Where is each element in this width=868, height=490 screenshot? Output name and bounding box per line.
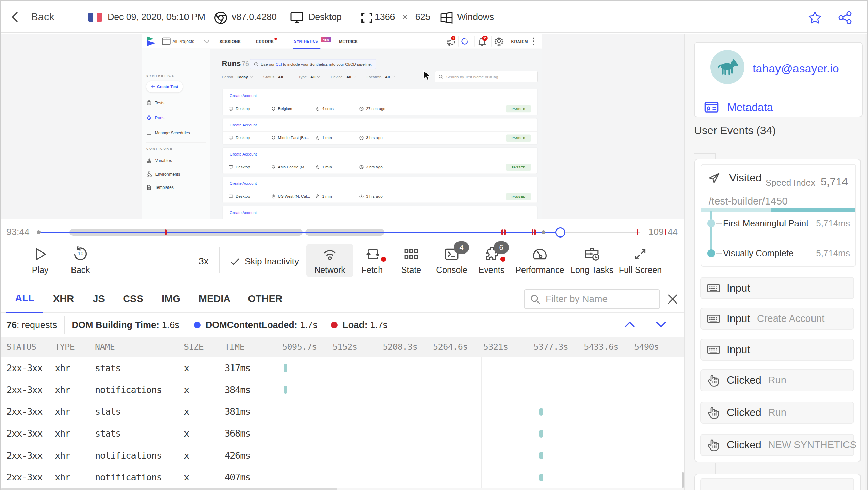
- event-row-input[interactable]: Input: [700, 277, 854, 299]
- waterfall-bar[interactable]: [539, 474, 543, 481]
- column-header-size[interactable]: SIZE: [184, 337, 204, 357]
- create-test-button[interactable]: Create Test: [146, 81, 183, 92]
- event-marker[interactable]: [504, 229, 506, 235]
- run-location: US West (N. Cal...: [271, 190, 310, 203]
- settings-gear-icon[interactable]: [494, 36, 504, 46]
- network-tab-img[interactable]: IMG: [161, 284, 181, 313]
- metadata-button[interactable]: Metadata: [703, 97, 773, 117]
- waterfall-bar[interactable]: [539, 430, 543, 438]
- back-10s-button[interactable]: Back: [66, 245, 94, 275]
- run-card[interactable]: Create AccountDesktopCanada (Central)1 m…: [223, 206, 537, 219]
- timeline-progress: [38, 232, 560, 233]
- network-tab-media[interactable]: MEDIA: [200, 284, 229, 313]
- run-location: Canada (Central): [271, 219, 308, 219]
- project-selector[interactable]: All Projects: [172, 34, 194, 49]
- partial-event-row[interactable]: [700, 478, 854, 490]
- expand-down-icon[interactable]: [655, 319, 667, 330]
- run-card[interactable]: Create AccountDesktopAsia Pacific (M...1…: [223, 148, 537, 174]
- event-row-clicked[interactable]: ClickedRun: [700, 369, 854, 391]
- network-request-row[interactable]: 2xx-3xxxhrstatsx368ms: [1, 423, 684, 444]
- run-card[interactable]: Create AccountDesktopBelgium4 secs27 sec…: [223, 89, 537, 115]
- visited-event-card[interactable]: Visited Speed Index 5,714 /test-builder/…: [701, 164, 856, 267]
- runs-search[interactable]: Search by Test Name or #Tag: [435, 71, 538, 82]
- plus-icon: [151, 85, 155, 88]
- timeline-track[interactable]: [38, 220, 640, 245]
- close-panel-icon[interactable]: [667, 293, 678, 305]
- more-menu-icon[interactable]: [532, 37, 535, 45]
- sidebar-item-runs[interactable]: Runs: [147, 115, 164, 120]
- event-marker[interactable]: [532, 229, 533, 235]
- filter-device[interactable]: DeviceAll: [331, 75, 356, 79]
- vertical-scrollbar[interactable]: [682, 472, 684, 488]
- event-row-input[interactable]: InputCreate Account: [700, 308, 854, 330]
- horizontal-scrollbar[interactable]: [1, 488, 337, 490]
- waterfall-bar[interactable]: [284, 364, 287, 372]
- network-tab-other[interactable]: OTHER: [248, 284, 282, 313]
- network-request-row[interactable]: 2xx-3xxxhrnotificationsx426ms: [1, 444, 684, 466]
- sidebar-item-schedules[interactable]: Manage Schedules: [147, 130, 190, 135]
- synthetics-underline: [293, 48, 320, 49]
- event-marker[interactable]: [165, 229, 167, 235]
- network-tab-all[interactable]: ALL: [6, 284, 43, 313]
- nav-metrics[interactable]: METRICS: [339, 34, 358, 49]
- nav-synthetics[interactable]: SYNTHETICS: [294, 34, 318, 49]
- nav-sessions[interactable]: SESSIONS: [220, 34, 241, 49]
- run-card[interactable]: Create AccountDesktopMiddle East (Ba...1…: [223, 118, 537, 144]
- waterfall-bar[interactable]: [539, 408, 543, 416]
- waterfall-bar[interactable]: [284, 386, 287, 394]
- filter-period[interactable]: PeriodToday: [222, 75, 253, 79]
- sidebar-item-environments[interactable]: Environments: [147, 172, 180, 177]
- sidebar-item-tests[interactable]: Tests: [147, 100, 164, 105]
- column-header-name[interactable]: NAME: [95, 337, 115, 357]
- back-button[interactable]: Back: [9, 1, 54, 33]
- skip-inactivity-toggle[interactable]: Skip Inactivity: [230, 245, 299, 278]
- panel-button-network[interactable]: Network: [306, 244, 353, 277]
- speed-button[interactable]: 3x: [195, 245, 212, 278]
- column-header-type[interactable]: TYPE: [55, 337, 75, 357]
- panel-button-full-screen[interactable]: Full Screen: [607, 245, 673, 275]
- network-tab-css[interactable]: CSS: [123, 284, 144, 313]
- panel-button-fetch[interactable]: Fetch: [353, 245, 391, 275]
- run-name-link[interactable]: Create Account: [230, 206, 257, 219]
- run-card[interactable]: Create AccountDesktopUS West (N. Cal...1…: [223, 177, 537, 203]
- network-request-row[interactable]: 2xx-3xxxhrstatsx317ms: [1, 357, 684, 379]
- event-row-clicked[interactable]: ClickedRun: [700, 402, 854, 424]
- run-status-badge: PASSED: [506, 193, 531, 200]
- waterfall-bar[interactable]: [539, 452, 543, 459]
- network-tab-xhr[interactable]: XHR: [51, 284, 76, 313]
- network-request-row[interactable]: 2xx-3xxxhrnotificationsx407ms: [1, 467, 684, 488]
- nav-errors[interactable]: ERRORS: [256, 34, 274, 49]
- filter-type[interactable]: TypeAll: [298, 75, 320, 79]
- share-icon[interactable]: [838, 11, 852, 24]
- user-menu[interactable]: KRAIEM: [511, 34, 528, 49]
- run-name-link[interactable]: Create Account: [230, 89, 257, 102]
- sidebar-item-variables[interactable]: Variables: [147, 158, 172, 163]
- sidebar-item-templates[interactable]: Templates: [147, 185, 174, 190]
- column-header-status[interactable]: STATUS: [6, 337, 36, 357]
- run-name-link[interactable]: Create Account: [230, 148, 257, 161]
- event-marker[interactable]: [501, 229, 503, 235]
- runs-title: Runs: [222, 59, 241, 68]
- panel-button-state[interactable]: State: [392, 245, 430, 275]
- filter-status[interactable]: StatusAll: [263, 75, 288, 79]
- network-request-row[interactable]: 2xx-3xxxhrstatsx381ms: [1, 401, 684, 423]
- panel-button-events[interactable]: 6Events: [470, 245, 513, 275]
- network-filter-input[interactable]: Filter by Name: [524, 289, 660, 309]
- cli-link[interactable]: CLI: [276, 62, 282, 66]
- network-request-row[interactable]: 2xx-3xxxhrnotificationsx384ms: [1, 379, 684, 401]
- timeline-handle[interactable]: [555, 227, 565, 238]
- event-row-clicked[interactable]: ClickedNEW SYNTHETICS: [700, 434, 854, 456]
- column-header-time[interactable]: TIME: [225, 337, 244, 357]
- favorite-star-icon[interactable]: [808, 11, 822, 24]
- event-marker[interactable]: [637, 229, 638, 235]
- collapse-up-icon[interactable]: [624, 319, 636, 330]
- run-name-link[interactable]: Create Account: [230, 118, 257, 131]
- panel-button-console[interactable]: 4Console: [428, 245, 475, 275]
- play-button[interactable]: Play: [27, 245, 53, 275]
- filter-location[interactable]: LocationAll: [367, 75, 395, 79]
- run-name-link[interactable]: Create Account: [230, 177, 257, 190]
- event-marker[interactable]: [534, 229, 536, 235]
- event-row-input[interactable]: Input: [700, 339, 854, 361]
- user-email[interactable]: tahay@asayer.io: [753, 62, 839, 75]
- network-tab-js[interactable]: JS: [90, 284, 107, 313]
